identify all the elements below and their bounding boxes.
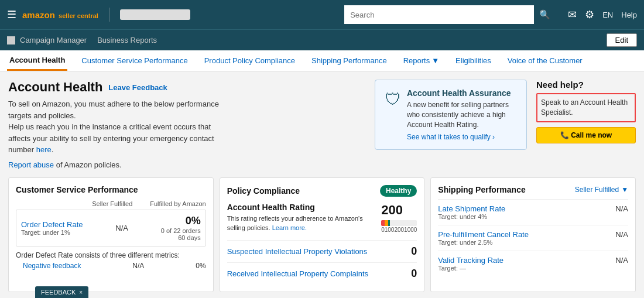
help-link[interactable]: Help [621,11,637,19]
aha-description: A new benefit for selling partners who c… [407,100,517,129]
odr-note: Order Defect Rate consists of three diff… [16,251,206,259]
help-title: Need help? [536,80,636,90]
odr-amazon-fulfilled-pct: 0% [161,215,201,227]
pre-fulfillment-cancel-val: N/A [615,230,628,239]
help-speak-text: Speak to an Account Health Specialist. [536,93,636,122]
odr-sub2: 60 days [161,234,201,241]
nav-square-icon [7,36,15,44]
negative-feedback-val2: 0% [196,262,205,270]
odr-row-top: Order Defect Rate Target: under 1% N/A 0… [21,215,201,241]
language-selector[interactable]: EN [602,11,613,19]
shield-icon: 🛡 [385,90,401,109]
late-shipment-row: Late Shipment Rate Target: under 4% N/A [438,199,628,225]
sp-panel-title: Shipping Performance [438,185,525,194]
search-input[interactable] [344,5,534,24]
feedback-close-icon[interactable]: × [79,289,83,296]
seller-fulfilled-dropdown[interactable]: Seller Fulfilled ▼ [575,186,628,194]
odr-sub1: 0 of 22 orders [161,227,201,234]
odr-seller-fulfilled-val: N/A [115,224,128,232]
call-me-now-button[interactable]: 📞 Call me now [536,127,636,143]
ahr-bar [381,220,417,226]
tab-shipping-performance[interactable]: Shipping Performance [309,52,389,70]
brand-logo: amazon seller central [22,10,98,20]
negative-feedback-row: Negative feedback N/A 0% [16,259,206,272]
campaign-manager-link[interactable]: Campaign Manager [20,36,87,44]
tab-reports[interactable]: Reports ▼ [401,52,441,70]
nav-icons: ✉ ⚙ EN Help [568,8,637,21]
hamburger-icon[interactable]: ☰ [7,8,16,21]
account-id [120,9,190,20]
learn-more-link[interactable]: Learn more. [272,224,307,231]
aha-title: Account Health Assurance [407,88,517,98]
odr-row: Order Defect Rate Target: under 1% N/A 0… [16,210,206,246]
ip-violations-val: 0 [411,245,417,258]
valid-tracking-target: Target: — [438,265,503,272]
search-button[interactable]: 🔍 [534,5,555,24]
csp-column-headers: Seller Fulfilled Fulfilled by Amazon [16,200,206,207]
feedback-tab[interactable]: FEEDBACK × [35,286,88,298]
top-navigation: ☰ amazon seller central 🔍 ✉ ⚙ EN Help [0,0,644,29]
edit-button[interactable]: Edit [607,33,637,47]
odr-name[interactable]: Order Defect Rate [21,220,83,229]
performance-panels: Customer Service Performance Seller Fulf… [8,177,636,292]
ip-complaints-val: 0 [411,268,417,280]
pre-fulfillment-cancel-target: Target: under 2.5% [438,239,529,246]
sp-panel-header: Shipping Performance Seller Fulfilled ▼ [438,185,628,194]
ahr-bar-labels: 0 100 200 1000 [381,227,417,233]
tab-product-policy[interactable]: Product Policy Compliance [202,52,297,70]
account-health-title: Account Health [8,80,102,95]
page-title: Account Health Leave Feedback [8,80,365,95]
ahr-row: Account Health Rating This rating reflec… [227,203,417,233]
second-nav-links: Campaign Manager Business Reports [20,36,157,44]
ahr-section: Account Health Rating This rating reflec… [227,203,417,233]
valid-tracking-rate-link[interactable]: Valid Tracking Rate [438,256,503,265]
late-shipment-rate-link[interactable]: Late Shipment Rate [438,204,505,213]
customer-service-panel: Customer Service Performance Seller Fulf… [8,177,214,292]
ip-violations-link[interactable]: Suspected Intellectual Property Violatio… [227,247,368,256]
account-health-assurance-box: 🛡 Account Health Assurance A new benefit… [375,80,527,150]
pre-fulfillment-cancel-row: Pre-fulfillment Cancel Rate Target: unde… [438,225,628,251]
pre-fulfillment-cancel-link[interactable]: Pre-fulfillment Cancel Rate [438,230,529,239]
bar-label-100: 100 [385,227,395,233]
tab-customer-service[interactable]: Customer Service Performance [79,52,190,70]
chevron-down-icon: ▼ [431,56,439,65]
bar-label-1000: 1000 [404,227,417,233]
ip-complaints-row: Received Intellectual Property Complaint… [227,262,417,285]
healthy-badge: Healthy [380,185,417,197]
account-health-description: To sell on Amazon, you must adhere to th… [8,98,365,156]
valid-tracking-val: N/A [615,256,628,265]
csp-panel-title: Customer Service Performance [16,185,206,194]
settings-icon[interactable]: ⚙ [585,8,594,21]
search-bar: 🔍 [344,5,555,24]
chevron-down-icon: ▼ [621,186,628,194]
tab-navigation: Account Health Customer Service Performa… [0,50,644,71]
ahr-score: 200 [381,203,417,218]
policy-compliance-panel: Policy Compliance Healthy Account Health… [220,177,425,292]
business-reports-link[interactable]: Business Reports [97,36,157,44]
here-link[interactable]: here [36,145,52,154]
ahr-desc: This rating reflects your adherence to A… [227,214,373,232]
bar-label-200: 200 [394,227,404,233]
account-health-header: Account Health Leave Feedback To sell on… [8,80,636,169]
ip-violations-row: Suspected Intellectual Property Violatio… [227,240,417,262]
valid-tracking-row: Valid Tracking Rate Target: — N/A [438,251,628,276]
pc-panel-title: Policy Compliance [227,186,300,196]
negative-feedback-link[interactable]: Negative feedback [23,262,81,270]
aha-qualify-link[interactable]: See what it takes to qualify › [407,133,517,141]
tab-account-health[interactable]: Account Health [7,51,67,71]
csp-col2: Fulfilled by Amazon [150,200,205,207]
ahr-title: Account Health Rating [227,203,373,212]
ah-left-section: Account Health Leave Feedback To sell on… [8,80,365,169]
ip-complaints-link[interactable]: Received Intellectual Property Complaint… [227,269,368,278]
csp-col1: Seller Fulfilled [92,200,132,207]
late-shipment-target: Target: under 4% [438,213,505,220]
divider [109,8,109,22]
odr-target: Target: under 1% [21,229,83,236]
mail-icon[interactable]: ✉ [568,8,577,21]
feedback-label: FEEDBACK [41,289,76,296]
negative-feedback-val1: N/A [132,262,144,270]
leave-feedback-link[interactable]: Leave Feedback [108,83,167,92]
tab-eligibilities[interactable]: Eligibilities [453,52,494,70]
tab-voice-of-customer[interactable]: Voice of the Customer [505,52,585,70]
second-navigation: Campaign Manager Business Reports Edit [0,29,644,50]
